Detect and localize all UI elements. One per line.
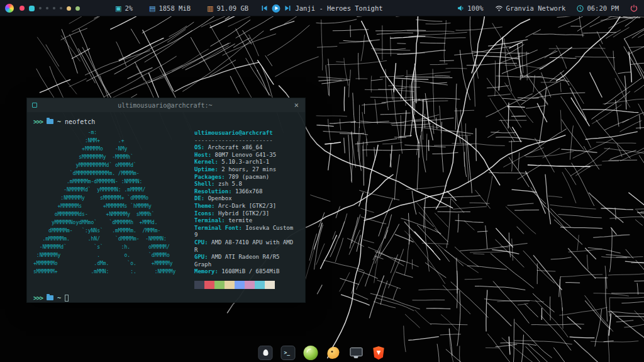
neofetch-user-host: ultimousuario@archcraft xyxy=(194,130,299,137)
now-playing-title: Janji - Heroes Tonight xyxy=(295,4,382,12)
terminal-cursor xyxy=(65,295,69,302)
cpu-module[interactable]: ▣ 2% xyxy=(115,4,133,12)
palette-swatch xyxy=(214,281,225,289)
neofetch-separator: ----------------------- xyxy=(194,137,299,145)
workspace-indicator-1[interactable] xyxy=(19,6,25,11)
power-icon[interactable] xyxy=(630,4,638,12)
cpu-value: 2% xyxy=(125,4,133,12)
neofetch-info-lines: OS: Archcraft x86_64Host: 80M7 Lenovo G4… xyxy=(194,144,299,276)
palette-swatch xyxy=(245,281,255,289)
bar-system-section: ▣ 2% ▤ 1858 MiB ▥ 91.09 GB xyxy=(115,0,248,16)
palette-swatch xyxy=(265,281,275,289)
clock-time: 06:20 PM xyxy=(587,4,619,12)
palette-swatch xyxy=(225,281,235,289)
play-pause-button[interactable] xyxy=(272,4,280,13)
workspace-indicators[interactable] xyxy=(19,6,80,11)
neofetch-info-row: Kernel: 5.10.3-arch1-1 xyxy=(194,159,299,166)
workspace-indicator-2[interactable] xyxy=(29,6,35,11)
prompt-path: ~ xyxy=(57,295,61,302)
memory-module[interactable]: ▤ 1858 MiB xyxy=(149,4,191,12)
dock-icon-brave-browser[interactable] xyxy=(372,346,386,360)
bar-left-section xyxy=(5,0,80,16)
dock-icon-yellow-mascot-app[interactable] xyxy=(326,346,341,360)
terminal-window: ultimousuario@archcraft:~ × >>> ~ neofet… xyxy=(26,98,306,303)
dock-icon-display-settings[interactable] xyxy=(349,346,364,360)
top-bar: ▣ 2% ▤ 1858 MiB ▥ 91.09 GB Janji - He xyxy=(0,0,644,16)
workspace-indicator-4[interactable] xyxy=(46,7,48,9)
terminal-color-palette xyxy=(194,281,299,293)
terminal-titlebar[interactable]: ultimousuario@archcraft:~ × xyxy=(27,98,305,112)
palette-swatch xyxy=(204,281,214,289)
volume-value: 100% xyxy=(467,4,483,12)
cpu-icon: ▣ xyxy=(115,5,121,12)
neofetch-info-row: OS: Archcraft x86_64 xyxy=(194,144,299,152)
next-track-icon[interactable] xyxy=(284,5,291,11)
memory-value: 1858 MiB xyxy=(158,4,191,12)
wifi-icon xyxy=(495,5,503,11)
desktop: ▣ 2% ▤ 1858 MiB ▥ 91.09 GB Janji - He xyxy=(0,0,644,362)
workspace-indicator-5[interactable] xyxy=(53,7,55,9)
disk-icon: ▥ xyxy=(207,5,213,12)
palette-swatch xyxy=(255,281,265,289)
volume-module[interactable]: 100% xyxy=(457,4,483,12)
neofetch-info-row: Uptime: 2 hours, 27 mins xyxy=(194,166,299,174)
neofetch-ascii-logo: -m: :NMM+ .+ +MMMMMo -NMy sMMMMMMMy -MMM… xyxy=(33,128,194,293)
prompt-chevrons: >>> xyxy=(33,118,43,125)
prompt-line-bottom[interactable]: >>> ~ xyxy=(33,293,299,302)
folder-icon xyxy=(47,119,53,124)
workspace-indicator-6[interactable] xyxy=(60,7,62,9)
dock-icon-green-orb-app[interactable] xyxy=(304,346,318,360)
neofetch-info-row: Memory: 1608MiB / 6854MiB xyxy=(194,268,299,276)
terminal-body[interactable]: >>> ~ neofetch -m: :NMM+ .+ +MMMMMo -NMy… xyxy=(27,112,305,302)
palette-swatch xyxy=(235,281,245,289)
neofetch-info-row: CPU: AMD A8-7410 APU with AMD R xyxy=(194,239,299,254)
terminal-window-icon xyxy=(32,103,37,108)
dock-icon-finder-style-app[interactable] xyxy=(258,346,273,360)
disk-value: 91.09 GB xyxy=(216,4,248,12)
neofetch-info-column: ultimousuario@archcraft ----------------… xyxy=(194,128,299,293)
workspace-indicator-8[interactable] xyxy=(75,6,80,11)
dock xyxy=(258,346,386,360)
neofetch-output: -m: :NMM+ .+ +MMMMMo -NMy sMMMMMMMy -MMM… xyxy=(33,128,299,293)
neofetch-info-row: Resolution: 1366x768 xyxy=(194,188,299,196)
neofetch-info-row: Packages: 789 (pacman) xyxy=(194,174,299,181)
prompt-line-top: >>> ~ neofetch xyxy=(33,116,299,127)
clock-module[interactable]: 06:20 PM xyxy=(577,4,619,12)
neofetch-info-row: Shell: zsh 5.8 xyxy=(194,181,299,188)
neofetch-info-row: Terminal Font: Iosevka Custom 9 xyxy=(194,225,299,239)
workspace-indicator-3[interactable] xyxy=(39,7,42,9)
typed-command: neofetch xyxy=(65,118,95,125)
speaker-icon xyxy=(457,5,464,11)
network-name: Granvia Network xyxy=(506,4,566,12)
disk-module[interactable]: ▥ 91.09 GB xyxy=(207,4,248,12)
workspace-indicator-7[interactable] xyxy=(67,6,71,11)
memory-icon: ▤ xyxy=(149,5,155,12)
neofetch-info-row: Theme: Arc-Dark [GTK2/3] xyxy=(194,203,299,210)
dock-icon-terminal[interactable] xyxy=(281,346,296,360)
close-icon[interactable]: × xyxy=(293,101,300,110)
music-player-module: Janji - Heroes Tonight xyxy=(261,0,382,16)
neofetch-info-row: Terminal: termite xyxy=(194,217,299,225)
neofetch-info-row: DE: Openbox xyxy=(194,195,299,203)
folder-icon xyxy=(47,295,53,300)
network-module[interactable]: Granvia Network xyxy=(495,4,566,12)
neofetch-info-row: GPU: AMD ATI Radeon R4/R5 Graph xyxy=(194,254,299,268)
neofetch-info-row: Host: 80M7 Lenovo G41-35 xyxy=(194,152,299,159)
bar-right-section: 100% Granvia Network 06:20 PM xyxy=(457,0,638,16)
terminal-title: ultimousuario@archcraft:~ xyxy=(37,102,293,109)
launcher-logo-icon[interactable] xyxy=(5,4,14,13)
neofetch-info-row: Icons: Hybrid [GTK2/3] xyxy=(194,210,299,218)
palette-swatch xyxy=(194,281,204,289)
clock-icon xyxy=(577,5,584,12)
prompt-chevrons: >>> xyxy=(33,295,43,302)
prompt-path: ~ xyxy=(57,118,61,125)
previous-track-icon[interactable] xyxy=(261,5,267,11)
